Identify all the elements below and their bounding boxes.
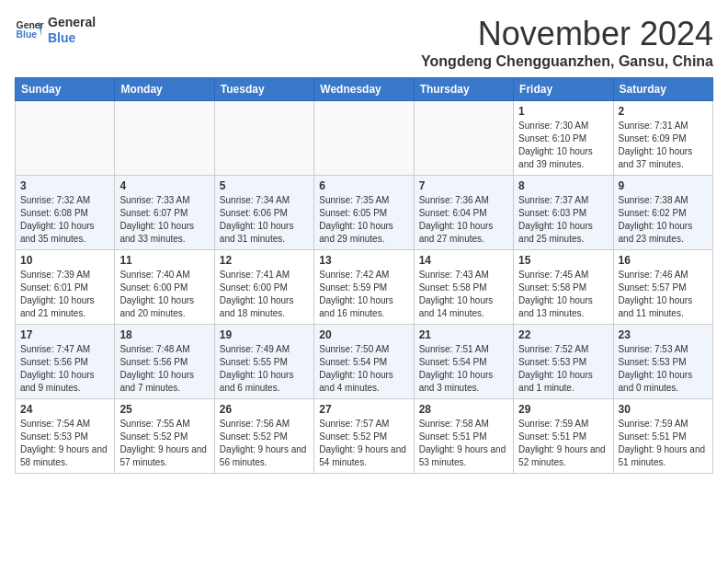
calendar-cell: 21Sunrise: 7:51 AMSunset: 5:54 PMDayligh…	[414, 325, 513, 399]
calendar-cell	[414, 101, 513, 176]
calendar-cell	[16, 101, 115, 176]
day-info: Sunrise: 7:56 AMSunset: 5:52 PMDaylight:…	[220, 418, 309, 469]
calendar-cell: 5Sunrise: 7:34 AMSunset: 6:06 PMDaylight…	[214, 176, 313, 250]
calendar-cell: 26Sunrise: 7:56 AMSunset: 5:52 PMDayligh…	[214, 399, 313, 474]
day-number: 5	[220, 179, 309, 192]
day-number: 20	[319, 328, 408, 341]
day-info: Sunrise: 7:32 AMSunset: 6:08 PMDaylight:…	[20, 194, 109, 246]
calendar-week-row: 3Sunrise: 7:32 AMSunset: 6:08 PMDaylight…	[16, 176, 713, 250]
day-number: 25	[119, 403, 209, 416]
calendar-cell: 17Sunrise: 7:47 AMSunset: 5:56 PMDayligh…	[16, 325, 115, 399]
month-title: November 2024	[421, 15, 713, 53]
location-title: Yongdeng Chengguanzhen, Gansu, China	[421, 53, 713, 70]
day-number: 22	[518, 328, 608, 341]
calendar-week-row: 24Sunrise: 7:54 AMSunset: 5:53 PMDayligh…	[16, 399, 713, 474]
day-number: 29	[518, 403, 608, 416]
day-info: Sunrise: 7:43 AMSunset: 5:58 PMDaylight:…	[419, 269, 508, 320]
day-info: Sunrise: 7:46 AMSunset: 5:57 PMDaylight:…	[619, 269, 708, 320]
calendar-cell: 29Sunrise: 7:59 AMSunset: 5:51 PMDayligh…	[514, 399, 613, 474]
calendar-cell: 16Sunrise: 7:46 AMSunset: 5:57 PMDayligh…	[613, 250, 712, 325]
day-number: 24	[20, 403, 109, 416]
calendar-cell: 13Sunrise: 7:42 AMSunset: 5:59 PMDayligh…	[314, 250, 414, 325]
calendar-cell: 4Sunrise: 7:33 AMSunset: 6:07 PMDaylight…	[115, 176, 214, 250]
title-block: November 2024 Yongdeng Chengguanzhen, Ga…	[421, 15, 713, 70]
calendar-cell: 18Sunrise: 7:48 AMSunset: 5:56 PMDayligh…	[115, 325, 214, 399]
logo: General Blue General Blue	[15, 15, 96, 46]
calendar-cell: 24Sunrise: 7:54 AMSunset: 5:53 PMDayligh…	[16, 399, 115, 474]
day-number: 9	[619, 179, 708, 192]
calendar-cell: 15Sunrise: 7:45 AMSunset: 5:58 PMDayligh…	[514, 250, 613, 325]
day-info: Sunrise: 7:34 AMSunset: 6:06 PMDaylight:…	[220, 194, 309, 246]
weekday-header-monday: Monday	[115, 78, 214, 101]
calendar-week-row: 1Sunrise: 7:30 AMSunset: 6:10 PMDaylight…	[16, 101, 713, 176]
day-info: Sunrise: 7:31 AMSunset: 6:09 PMDaylight:…	[619, 120, 708, 171]
day-info: Sunrise: 7:33 AMSunset: 6:07 PMDaylight:…	[119, 194, 209, 246]
day-number: 17	[20, 328, 109, 341]
calendar-cell: 23Sunrise: 7:53 AMSunset: 5:53 PMDayligh…	[613, 325, 712, 399]
day-info: Sunrise: 7:50 AMSunset: 5:54 PMDaylight:…	[319, 343, 408, 395]
day-info: Sunrise: 7:41 AMSunset: 6:00 PMDaylight:…	[220, 269, 309, 320]
calendar-cell	[314, 101, 414, 176]
page-header: General Blue General Blue November 2024 …	[15, 15, 713, 70]
day-info: Sunrise: 7:55 AMSunset: 5:52 PMDaylight:…	[119, 418, 209, 469]
day-info: Sunrise: 7:57 AMSunset: 5:52 PMDaylight:…	[319, 418, 408, 469]
calendar-cell: 7Sunrise: 7:36 AMSunset: 6:04 PMDaylight…	[414, 176, 513, 250]
calendar-cell: 6Sunrise: 7:35 AMSunset: 6:05 PMDaylight…	[314, 176, 414, 250]
calendar-cell: 9Sunrise: 7:38 AMSunset: 6:02 PMDaylight…	[613, 176, 712, 250]
day-info: Sunrise: 7:59 AMSunset: 5:51 PMDaylight:…	[518, 418, 608, 469]
calendar-header-row: SundayMondayTuesdayWednesdayThursdayFrid…	[16, 78, 713, 101]
day-info: Sunrise: 7:54 AMSunset: 5:53 PMDaylight:…	[20, 418, 109, 469]
logo-icon: General Blue	[15, 16, 44, 45]
day-number: 13	[319, 254, 408, 267]
calendar-cell: 28Sunrise: 7:58 AMSunset: 5:51 PMDayligh…	[414, 399, 513, 474]
day-info: Sunrise: 7:52 AMSunset: 5:53 PMDaylight:…	[518, 343, 608, 395]
weekday-header-tuesday: Tuesday	[214, 78, 313, 101]
calendar-cell: 14Sunrise: 7:43 AMSunset: 5:58 PMDayligh…	[414, 250, 513, 325]
day-number: 8	[518, 179, 608, 192]
calendar-cell: 19Sunrise: 7:49 AMSunset: 5:55 PMDayligh…	[214, 325, 313, 399]
logo-line2: Blue	[48, 30, 96, 46]
logo-line1: General	[48, 15, 96, 30]
day-info: Sunrise: 7:38 AMSunset: 6:02 PMDaylight:…	[619, 194, 708, 246]
day-number: 7	[419, 179, 508, 192]
day-number: 19	[220, 328, 309, 341]
day-info: Sunrise: 7:58 AMSunset: 5:51 PMDaylight:…	[419, 418, 508, 469]
day-number: 18	[119, 328, 209, 341]
calendar-cell: 8Sunrise: 7:37 AMSunset: 6:03 PMDaylight…	[514, 176, 613, 250]
weekday-header-sunday: Sunday	[16, 78, 115, 101]
calendar-cell: 22Sunrise: 7:52 AMSunset: 5:53 PMDayligh…	[514, 325, 613, 399]
calendar-cell: 2Sunrise: 7:31 AMSunset: 6:09 PMDaylight…	[613, 101, 712, 176]
day-number: 28	[419, 403, 508, 416]
day-info: Sunrise: 7:35 AMSunset: 6:05 PMDaylight:…	[319, 194, 408, 246]
day-info: Sunrise: 7:45 AMSunset: 5:58 PMDaylight:…	[518, 269, 608, 320]
day-number: 11	[119, 254, 209, 267]
day-number: 6	[319, 179, 408, 192]
calendar-cell: 27Sunrise: 7:57 AMSunset: 5:52 PMDayligh…	[314, 399, 414, 474]
calendar-cell	[115, 101, 214, 176]
calendar-cell: 20Sunrise: 7:50 AMSunset: 5:54 PMDayligh…	[314, 325, 414, 399]
day-number: 3	[20, 179, 109, 192]
day-number: 26	[220, 403, 309, 416]
day-info: Sunrise: 7:47 AMSunset: 5:56 PMDaylight:…	[20, 343, 109, 395]
calendar-cell	[214, 101, 313, 176]
day-number: 12	[220, 254, 309, 267]
day-number: 21	[419, 328, 508, 341]
day-number: 15	[518, 254, 608, 267]
day-info: Sunrise: 7:30 AMSunset: 6:10 PMDaylight:…	[518, 120, 608, 171]
day-number: 27	[319, 403, 408, 416]
day-info: Sunrise: 7:42 AMSunset: 5:59 PMDaylight:…	[319, 269, 408, 320]
calendar-cell: 10Sunrise: 7:39 AMSunset: 6:01 PMDayligh…	[16, 250, 115, 325]
calendar-week-row: 10Sunrise: 7:39 AMSunset: 6:01 PMDayligh…	[16, 250, 713, 325]
day-info: Sunrise: 7:36 AMSunset: 6:04 PMDaylight:…	[419, 194, 508, 246]
day-number: 10	[20, 254, 109, 267]
day-info: Sunrise: 7:53 AMSunset: 5:53 PMDaylight:…	[619, 343, 708, 395]
calendar-cell: 11Sunrise: 7:40 AMSunset: 6:00 PMDayligh…	[115, 250, 214, 325]
calendar-cell: 25Sunrise: 7:55 AMSunset: 5:52 PMDayligh…	[115, 399, 214, 474]
weekday-header-friday: Friday	[514, 78, 613, 101]
day-number: 4	[119, 179, 209, 192]
day-info: Sunrise: 7:39 AMSunset: 6:01 PMDaylight:…	[20, 269, 109, 320]
day-info: Sunrise: 7:49 AMSunset: 5:55 PMDaylight:…	[220, 343, 309, 395]
calendar-cell: 12Sunrise: 7:41 AMSunset: 6:00 PMDayligh…	[214, 250, 313, 325]
day-number: 23	[619, 328, 708, 341]
calendar-cell: 30Sunrise: 7:59 AMSunset: 5:51 PMDayligh…	[613, 399, 712, 474]
